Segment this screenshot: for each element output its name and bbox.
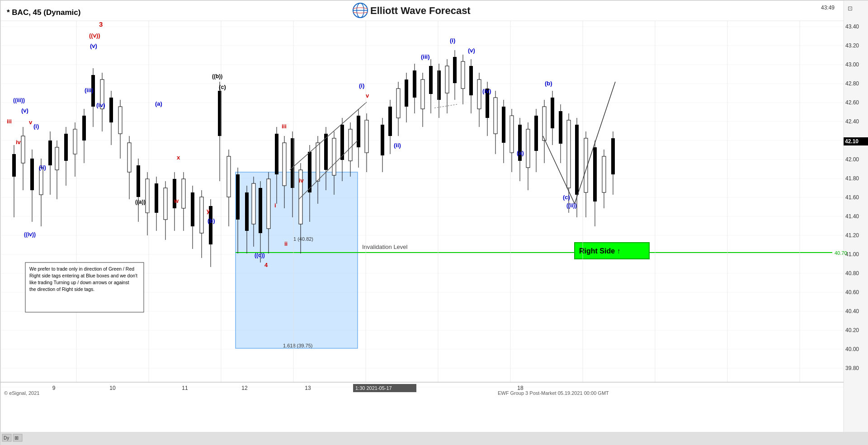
- svg-text:13: 13: [305, 385, 311, 391]
- svg-rect-179: [559, 111, 562, 144]
- svg-text:(i): (i): [359, 82, 364, 89]
- svg-text:3: 3: [99, 20, 103, 28]
- svg-text:43.20: 43.20: [845, 42, 859, 49]
- svg-rect-115: [291, 138, 294, 188]
- svg-text:42.80: 42.80: [845, 80, 859, 87]
- svg-text:41.80: 41.80: [845, 175, 859, 182]
- svg-rect-137: [388, 107, 392, 136]
- svg-text:(iii): (iii): [85, 87, 94, 94]
- svg-rect-61: [55, 147, 59, 170]
- svg-rect-0: [0, 0, 868, 445]
- svg-rect-147: [429, 66, 433, 94]
- svg-rect-165: [502, 107, 505, 143]
- svg-rect-53: [21, 136, 25, 163]
- svg-text:43.00: 43.00: [845, 61, 859, 68]
- svg-text:42.10: 42.10: [845, 138, 859, 145]
- svg-rect-151: [445, 66, 449, 93]
- svg-rect-181: [567, 120, 571, 188]
- svg-rect-111: [275, 134, 278, 174]
- svg-text:⊞: ⊞: [14, 435, 19, 440]
- svg-text:(ii): (ii): [39, 164, 46, 171]
- svg-rect-109: [267, 179, 270, 229]
- svg-text:((c)): ((c)): [255, 252, 265, 258]
- svg-text:41.60: 41.60: [845, 194, 859, 201]
- svg-rect-159: [477, 80, 481, 109]
- svg-text:1.618 (39.75): 1.618 (39.75): [283, 343, 312, 348]
- svg-rect-105: [252, 183, 255, 224]
- svg-rect-99: [227, 156, 231, 197]
- svg-rect-93: [200, 197, 203, 233]
- svg-rect-73: [109, 98, 113, 122]
- svg-text:like trading Turning up / down: like trading Turning up / down arrows or…: [29, 280, 129, 285]
- svg-text:(v): (v): [21, 107, 28, 114]
- svg-rect-89: [182, 179, 185, 208]
- svg-text:v: v: [29, 119, 33, 126]
- svg-text:Right Side ↑: Right Side ↑: [579, 247, 621, 255]
- svg-text:w: w: [174, 197, 179, 204]
- svg-rect-157: [469, 66, 473, 95]
- svg-text:1 (40.82): 1 (40.82): [293, 236, 313, 242]
- svg-text:iv: iv: [299, 177, 304, 184]
- svg-text:41.00: 41.00: [845, 251, 859, 258]
- svg-rect-107: [259, 188, 262, 233]
- svg-text:(v): (v): [90, 42, 97, 49]
- svg-text:((ii)): ((ii)): [566, 202, 577, 209]
- svg-text:42.60: 42.60: [845, 99, 859, 106]
- svg-text:40.80: 40.80: [845, 270, 859, 276]
- svg-text:40.40: 40.40: [845, 308, 859, 314]
- svg-text:Invalidation Level: Invalidation Level: [362, 244, 408, 250]
- svg-text:41.20: 41.20: [845, 232, 859, 239]
- svg-rect-129: [349, 129, 352, 161]
- svg-rect-139: [396, 89, 400, 118]
- svg-text:(iii): (iii): [421, 53, 430, 60]
- svg-text:(iv): (iv): [482, 88, 491, 94]
- svg-text:⊡: ⊡: [848, 5, 853, 12]
- svg-text:i: i: [274, 202, 276, 209]
- svg-rect-63: [64, 134, 68, 161]
- svg-text:42.00: 42.00: [845, 156, 859, 163]
- svg-rect-187: [593, 147, 597, 201]
- svg-text:iv: iv: [16, 139, 21, 145]
- svg-rect-83: [155, 183, 158, 213]
- chart-svg: 43.40 43.20 43.00 42.80 42.60 42.40 42.2…: [0, 0, 868, 445]
- svg-text:4: 4: [264, 262, 268, 268]
- svg-rect-77: [127, 143, 131, 172]
- svg-rect-273: [0, 432, 868, 445]
- svg-text:(iv): (iv): [96, 102, 105, 108]
- chart-container: 43.40 43.20 43.00 42.80 42.60 42.40 42.2…: [0, 0, 868, 445]
- svg-text:1:30  2021-05-17: 1:30 2021-05-17: [355, 385, 392, 391]
- svg-text:((v)): ((v)): [89, 32, 100, 39]
- svg-rect-55: [30, 159, 34, 190]
- svg-text:40.70: 40.70: [835, 250, 847, 256]
- svg-rect-175: [542, 107, 546, 141]
- svg-text:43.40: 43.40: [845, 23, 859, 30]
- svg-text:Elliott Wave Forecast: Elliott Wave Forecast: [370, 5, 471, 16]
- svg-rect-67: [82, 116, 86, 141]
- svg-text:40.20: 40.20: [845, 327, 859, 333]
- svg-text:iii: iii: [282, 123, 287, 130]
- svg-text:the direction of Right side ta: the direction of Right side tags.: [29, 286, 94, 292]
- svg-rect-51: [12, 154, 16, 177]
- svg-text:11: 11: [182, 385, 188, 391]
- svg-text:39.80: 39.80: [845, 365, 859, 371]
- svg-text:(b): (b): [208, 217, 215, 224]
- svg-rect-141: [405, 80, 408, 107]
- svg-rect-91: [191, 192, 194, 226]
- svg-rect-133: [365, 120, 368, 153]
- svg-text:(b): (b): [545, 80, 552, 87]
- svg-text:ii: ii: [284, 240, 288, 247]
- svg-rect-149: [437, 70, 441, 100]
- svg-text:(v): (v): [468, 47, 475, 54]
- svg-text:40.60: 40.60: [845, 289, 859, 295]
- svg-rect-183: [575, 125, 579, 195]
- svg-rect-59: [48, 141, 52, 165]
- svg-text:41.40: 41.40: [845, 213, 859, 220]
- svg-text:(c): (c): [219, 84, 226, 90]
- svg-rect-177: [551, 98, 554, 128]
- svg-text:(ii): (ii): [394, 142, 401, 149]
- svg-text:((a)): ((a)): [135, 199, 146, 205]
- svg-rect-113: [283, 143, 286, 186]
- svg-text:((iv)): ((iv)): [24, 231, 36, 238]
- svg-text:EWF Group 3 Post-Market  05.19: EWF Group 3 Post-Market 05.19.2021 00:00…: [498, 390, 609, 396]
- svg-rect-121: [316, 143, 320, 181]
